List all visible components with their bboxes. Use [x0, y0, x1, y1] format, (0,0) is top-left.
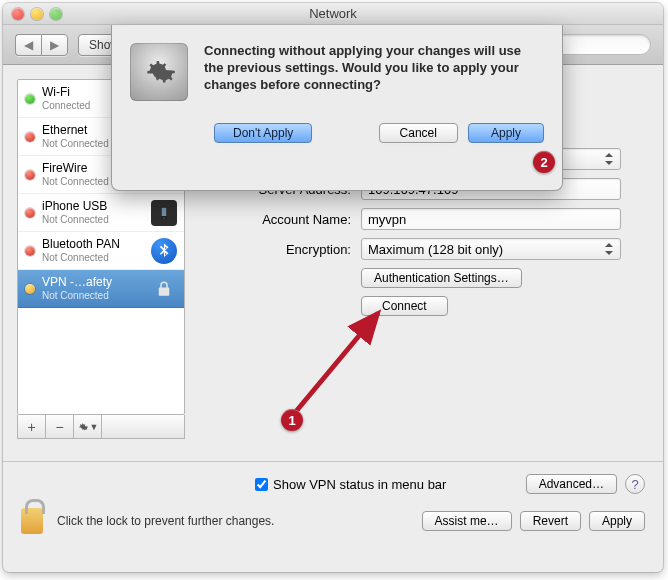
revert-button[interactable]: Revert	[520, 511, 581, 531]
sidebar-item-status: Not Connected	[42, 252, 144, 264]
nav-segmented: ◀ ▶	[15, 34, 68, 56]
bluetooth-icon	[151, 238, 177, 264]
svg-rect-3	[162, 207, 167, 215]
cancel-button[interactable]: Cancel	[379, 123, 458, 143]
add-interface-button[interactable]: +	[18, 415, 46, 438]
show-vpn-status-label: Show VPN status in menu bar	[273, 477, 446, 492]
forward-button[interactable]: ▶	[41, 34, 68, 56]
show-vpn-status-checkbox[interactable]: Show VPN status in menu bar	[255, 477, 446, 492]
sidebar-item-iphone-usb[interactable]: iPhone USB Not Connected	[18, 194, 184, 232]
status-orb	[25, 284, 35, 294]
status-orb	[25, 94, 35, 104]
connect-button[interactable]: Connect	[361, 296, 448, 316]
lock-icon[interactable]	[21, 508, 43, 534]
lock-icon	[151, 276, 177, 302]
remove-interface-button[interactable]: −	[46, 415, 74, 438]
status-orb	[25, 208, 35, 218]
svg-point-4	[163, 217, 165, 219]
status-orb	[25, 132, 35, 142]
show-vpn-status-input[interactable]	[255, 478, 268, 491]
account-name-input[interactable]	[361, 208, 621, 230]
sidebar-item-vpn[interactable]: VPN -…afety Not Connected	[18, 270, 184, 308]
authentication-settings-button[interactable]: Authentication Settings…	[361, 268, 522, 288]
account-name-label: Account Name:	[199, 212, 351, 227]
phone-icon	[151, 200, 177, 226]
status-orb	[25, 170, 35, 180]
network-prefs-window: Network ◀ ▶ Show All Wi-Fi Connected	[3, 3, 663, 572]
action-menu-button[interactable]: ▼	[74, 415, 102, 438]
encryption-label: Encryption:	[199, 242, 351, 257]
system-prefs-icon	[130, 43, 188, 101]
bottom-bar: Show VPN status in menu bar Advanced… ?	[3, 461, 663, 498]
callout-2: 2	[533, 151, 555, 173]
list-footer: + − ▼	[17, 415, 185, 439]
apply-button[interactable]: Apply	[589, 511, 645, 531]
back-button[interactable]: ◀	[15, 34, 41, 56]
sidebar-item-status: Not Connected	[42, 214, 144, 226]
assist-me-button[interactable]: Assist me…	[422, 511, 512, 531]
encryption-select[interactable]: Maximum (128 bit only)	[361, 238, 621, 260]
sidebar-item-label: iPhone USB	[42, 200, 144, 214]
advanced-button[interactable]: Advanced…	[526, 474, 617, 494]
encryption-value: Maximum (128 bit only)	[368, 242, 503, 257]
sidebar-item-bluetooth-pan[interactable]: Bluetooth PAN Not Connected	[18, 232, 184, 270]
window-title: Network	[3, 6, 663, 21]
sidebar-item-status: Not Connected	[42, 290, 144, 302]
status-orb	[25, 246, 35, 256]
dont-apply-button[interactable]: Don't Apply	[214, 123, 312, 143]
sidebar-item-label: Bluetooth PAN	[42, 238, 144, 252]
help-button[interactable]: ?	[625, 474, 645, 494]
sheet-apply-button[interactable]: Apply	[468, 123, 544, 143]
sheet-message: Connecting without applying your changes…	[204, 43, 544, 101]
sidebar-item-label: VPN -…afety	[42, 276, 144, 290]
callout-1: 1	[281, 409, 303, 431]
confirm-sheet: Connecting without applying your changes…	[111, 25, 563, 191]
lock-text: Click the lock to prevent further change…	[57, 514, 274, 528]
footer: Click the lock to prevent further change…	[3, 498, 663, 550]
gear-icon	[77, 421, 89, 433]
titlebar: Network	[3, 3, 663, 25]
